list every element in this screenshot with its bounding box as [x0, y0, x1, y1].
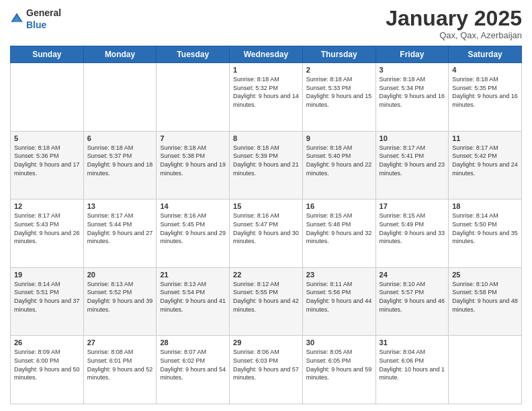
day-number: 16 [306, 202, 372, 210]
day-cell-30: 30Sunrise: 8:05 AMSunset: 6:05 PMDayligh… [302, 336, 375, 404]
day-info: Sunrise: 8:07 AMSunset: 6:02 PMDaylight:… [160, 348, 226, 381]
day-number: 18 [452, 202, 518, 210]
weekday-header-wednesday: Wednesday [230, 46, 303, 63]
day-cell-9: 9Sunrise: 8:18 AMSunset: 5:40 PMDaylight… [302, 131, 375, 199]
logo: General Blue [10, 7, 61, 31]
header: General Blue January 2025 Qax, Qax, Azer… [10, 7, 522, 40]
day-cell-empty-4-6 [449, 336, 522, 404]
weekday-header-row: SundayMondayTuesdayWednesdayThursdayFrid… [11, 46, 522, 63]
day-cell-12: 12Sunrise: 8:17 AMSunset: 5:43 PMDayligh… [11, 199, 84, 268]
day-info: Sunrise: 8:06 AMSunset: 6:03 PMDaylight:… [233, 348, 299, 381]
day-number: 5 [14, 134, 80, 142]
day-cell-4: 4Sunrise: 8:18 AMSunset: 5:35 PMDaylight… [449, 63, 522, 132]
day-number: 24 [380, 271, 445, 279]
day-cell-7: 7Sunrise: 8:18 AMSunset: 5:38 PMDaylight… [157, 131, 230, 199]
day-number: 10 [380, 134, 445, 142]
day-number: 7 [160, 134, 226, 142]
day-cell-13: 13Sunrise: 8:17 AMSunset: 5:44 PMDayligh… [83, 199, 157, 268]
day-number: 23 [306, 271, 372, 279]
day-cell-empty-0-1 [83, 63, 157, 132]
day-cell-18: 18Sunrise: 8:14 AMSunset: 5:50 PMDayligh… [449, 199, 522, 268]
weekday-header-tuesday: Tuesday [157, 46, 230, 63]
day-number: 13 [87, 202, 153, 210]
day-cell-19: 19Sunrise: 8:14 AMSunset: 5:51 PMDayligh… [11, 267, 84, 336]
logo-text: General Blue [26, 7, 61, 31]
day-info: Sunrise: 8:04 AMSunset: 6:06 PMDaylight:… [380, 348, 445, 381]
day-number: 17 [380, 202, 445, 210]
day-cell-8: 8Sunrise: 8:18 AMSunset: 5:39 PMDaylight… [230, 131, 303, 199]
day-info: Sunrise: 8:16 AMSunset: 5:45 PMDaylight:… [160, 212, 226, 245]
day-info: Sunrise: 8:13 AMSunset: 5:52 PMDaylight:… [87, 280, 153, 314]
day-number: 3 [380, 66, 445, 74]
day-info: Sunrise: 8:10 AMSunset: 5:58 PMDaylight:… [452, 280, 518, 314]
day-cell-23: 23Sunrise: 8:11 AMSunset: 5:56 PMDayligh… [302, 267, 375, 336]
day-info: Sunrise: 8:10 AMSunset: 5:57 PMDaylight:… [380, 280, 445, 314]
week-row-2: 12Sunrise: 8:17 AMSunset: 5:43 PMDayligh… [11, 199, 522, 268]
day-cell-22: 22Sunrise: 8:12 AMSunset: 5:55 PMDayligh… [230, 267, 303, 336]
day-number: 4 [452, 66, 518, 74]
day-cell-31: 31Sunrise: 8:04 AMSunset: 6:06 PMDayligh… [375, 336, 449, 404]
day-number: 27 [87, 338, 153, 347]
logo-icon [10, 12, 24, 26]
day-info: Sunrise: 8:08 AMSunset: 6:01 PMDaylight:… [87, 348, 153, 381]
day-info: Sunrise: 8:12 AMSunset: 5:55 PMDaylight:… [233, 280, 299, 314]
location: Qax, Qax, Azerbaijan [386, 30, 522, 40]
day-info: Sunrise: 8:18 AMSunset: 5:33 PMDaylight:… [306, 75, 372, 109]
day-cell-27: 27Sunrise: 8:08 AMSunset: 6:01 PMDayligh… [83, 336, 157, 404]
day-number: 14 [160, 202, 226, 210]
week-row-3: 19Sunrise: 8:14 AMSunset: 5:51 PMDayligh… [11, 267, 522, 336]
day-cell-1: 1Sunrise: 8:18 AMSunset: 5:32 PMDaylight… [230, 63, 303, 132]
day-info: Sunrise: 8:15 AMSunset: 5:49 PMDaylight:… [380, 212, 445, 245]
day-number: 30 [306, 338, 372, 347]
day-number: 28 [160, 338, 226, 347]
day-info: Sunrise: 8:05 AMSunset: 6:05 PMDaylight:… [306, 348, 372, 381]
day-info: Sunrise: 8:17 AMSunset: 5:43 PMDaylight:… [14, 212, 80, 245]
day-cell-21: 21Sunrise: 8:13 AMSunset: 5:54 PMDayligh… [157, 267, 230, 336]
day-info: Sunrise: 8:17 AMSunset: 5:42 PMDaylight:… [452, 144, 518, 177]
calendar-table: SundayMondayTuesdayWednesdayThursdayFrid… [10, 46, 522, 404]
day-cell-empty-0-0 [11, 63, 84, 132]
weekday-header-thursday: Thursday [302, 46, 375, 63]
day-number: 2 [306, 66, 372, 74]
week-row-4: 26Sunrise: 8:09 AMSunset: 6:00 PMDayligh… [11, 336, 522, 404]
day-info: Sunrise: 8:11 AMSunset: 5:56 PMDaylight:… [306, 280, 372, 314]
day-cell-6: 6Sunrise: 8:18 AMSunset: 5:37 PMDaylight… [83, 131, 157, 199]
day-number: 12 [14, 202, 80, 210]
month-title: January 2025 [386, 7, 522, 30]
day-number: 22 [233, 271, 299, 279]
day-info: Sunrise: 8:18 AMSunset: 5:40 PMDaylight:… [306, 144, 372, 177]
day-cell-15: 15Sunrise: 8:16 AMSunset: 5:47 PMDayligh… [230, 199, 303, 268]
day-number: 19 [14, 271, 80, 279]
day-number: 1 [233, 66, 299, 74]
day-number: 20 [87, 271, 153, 279]
day-cell-10: 10Sunrise: 8:17 AMSunset: 5:41 PMDayligh… [375, 131, 449, 199]
title-section: January 2025 Qax, Qax, Azerbaijan [386, 7, 522, 40]
day-info: Sunrise: 8:18 AMSunset: 5:37 PMDaylight:… [87, 144, 153, 177]
day-number: 31 [380, 338, 445, 347]
day-info: Sunrise: 8:18 AMSunset: 5:38 PMDaylight:… [160, 144, 226, 177]
day-info: Sunrise: 8:17 AMSunset: 5:44 PMDaylight:… [87, 212, 153, 245]
day-cell-26: 26Sunrise: 8:09 AMSunset: 6:00 PMDayligh… [11, 336, 84, 404]
day-cell-29: 29Sunrise: 8:06 AMSunset: 6:03 PMDayligh… [230, 336, 303, 404]
day-number: 21 [160, 271, 226, 279]
week-row-1: 5Sunrise: 8:18 AMSunset: 5:36 PMDaylight… [11, 131, 522, 199]
day-cell-28: 28Sunrise: 8:07 AMSunset: 6:02 PMDayligh… [157, 336, 230, 404]
day-cell-20: 20Sunrise: 8:13 AMSunset: 5:52 PMDayligh… [83, 267, 157, 336]
day-number: 26 [14, 338, 80, 347]
day-info: Sunrise: 8:16 AMSunset: 5:47 PMDaylight:… [233, 212, 299, 245]
logo-blue: Blue [26, 19, 46, 30]
weekday-header-monday: Monday [83, 46, 157, 63]
day-cell-25: 25Sunrise: 8:10 AMSunset: 5:58 PMDayligh… [449, 267, 522, 336]
day-cell-2: 2Sunrise: 8:18 AMSunset: 5:33 PMDaylight… [302, 63, 375, 132]
day-info: Sunrise: 8:18 AMSunset: 5:35 PMDaylight:… [452, 75, 518, 109]
day-cell-14: 14Sunrise: 8:16 AMSunset: 5:45 PMDayligh… [157, 199, 230, 268]
day-cell-11: 11Sunrise: 8:17 AMSunset: 5:42 PMDayligh… [449, 131, 522, 199]
day-info: Sunrise: 8:15 AMSunset: 5:48 PMDaylight:… [306, 212, 372, 245]
day-info: Sunrise: 8:18 AMSunset: 5:32 PMDaylight:… [233, 75, 299, 109]
day-cell-16: 16Sunrise: 8:15 AMSunset: 5:48 PMDayligh… [302, 199, 375, 268]
weekday-header-friday: Friday [375, 46, 449, 63]
day-info: Sunrise: 8:13 AMSunset: 5:54 PMDaylight:… [160, 280, 226, 314]
day-number: 6 [87, 134, 153, 142]
week-row-0: 1Sunrise: 8:18 AMSunset: 5:32 PMDaylight… [11, 63, 522, 132]
day-info: Sunrise: 8:18 AMSunset: 5:39 PMDaylight:… [233, 144, 299, 177]
